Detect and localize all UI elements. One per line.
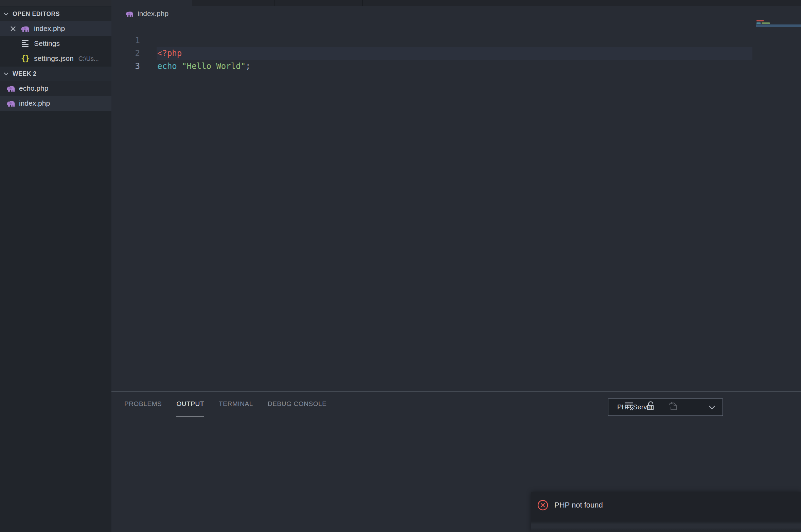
settings-list-icon — [20, 39, 30, 48]
tab-separator — [362, 0, 363, 6]
breadcrumb[interactable]: index.php — [111, 6, 168, 21]
sidebar-top-strip — [0, 0, 111, 6]
file-item-echo-php[interactable]: echo.php — [0, 81, 111, 96]
section-header-label: OPEN EDITORS — [13, 11, 60, 18]
tab-terminal[interactable]: TERMINAL — [219, 392, 253, 416]
tab-debug-console[interactable]: DEBUG CONSOLE — [268, 392, 327, 416]
open-editor-item-settings-json[interactable]: {} settings.jsonC:\Us... — [0, 51, 111, 66]
error-icon — [537, 499, 549, 511]
open-editor-label: index.php — [34, 24, 65, 33]
keyword-token: echo — [157, 61, 177, 71]
minimap-current-line-band — [756, 24, 801, 27]
panel-tabs: PROBLEMS OUTPUT TERMINAL DEBUG CONSOLE — [124, 392, 327, 416]
file-item-label: index.php — [19, 99, 50, 107]
file-path-suffix: C:\Us... — [78, 55, 99, 62]
notification-message: PHP not found — [554, 501, 603, 510]
tab-separator — [274, 0, 274, 6]
php-elephant-icon — [6, 99, 15, 108]
file-item-label: echo.php — [19, 84, 48, 92]
open-editor-item-index-php[interactable]: index.php — [0, 21, 111, 36]
close-icon[interactable] — [10, 25, 16, 32]
notification-toast[interactable]: PHP not found — [531, 492, 801, 532]
breadcrumb-file-label: index.php — [138, 10, 168, 18]
php-elephant-icon — [20, 24, 30, 33]
tab-bar-partial[interactable] — [111, 0, 801, 6]
tab-bar-background — [192, 0, 801, 6]
tab-problems[interactable]: PROBLEMS — [124, 392, 162, 416]
chevron-down-icon — [2, 70, 10, 77]
open-editors-section-header[interactable]: OPEN EDITORS — [0, 7, 111, 21]
tab-output[interactable]: OUTPUT — [176, 392, 204, 416]
minimap-line-string — [762, 22, 770, 24]
open-output-in-editor-icon[interactable] — [667, 400, 678, 412]
code-line: 3 — [111, 47, 801, 60]
minimap[interactable] — [756, 15, 801, 35]
explorer-sidebar: OPEN EDITORS index.php Settings — [0, 0, 111, 532]
unlock-icon[interactable] — [644, 400, 656, 412]
json-braces-icon: {} — [20, 54, 30, 63]
minimap-line-php-tag — [756, 20, 764, 21]
open-editor-label: settings.jsonC:\Us... — [34, 54, 99, 63]
semicolon-token: ; — [246, 61, 250, 71]
code-line: 2 echo "Hello World"; — [111, 34, 801, 47]
php-elephant-icon — [125, 9, 134, 18]
minimap-line-echo — [756, 22, 761, 24]
section-header-label: WEEK 2 — [13, 70, 37, 77]
string-token: "Hello World" — [177, 61, 246, 71]
clear-output-icon[interactable] — [623, 400, 635, 412]
php-elephant-icon — [6, 84, 15, 93]
code-line: 1 <?php — [111, 21, 801, 34]
chevron-down-icon — [708, 405, 716, 410]
open-editor-label: Settings — [34, 39, 60, 48]
editor-area: index.php 1 <?php 2 echo "Hello World"; … — [111, 0, 801, 391]
vscode-window: OPEN EDITORS index.php Settings — [0, 0, 801, 532]
line-number-active: 3 — [111, 60, 140, 73]
chevron-down-icon — [2, 10, 10, 18]
open-editor-item-settings[interactable]: Settings — [0, 36, 111, 51]
file-item-index-php-selected[interactable]: index.php — [0, 96, 111, 111]
week2-section-header[interactable]: WEEK 2 — [0, 67, 111, 81]
